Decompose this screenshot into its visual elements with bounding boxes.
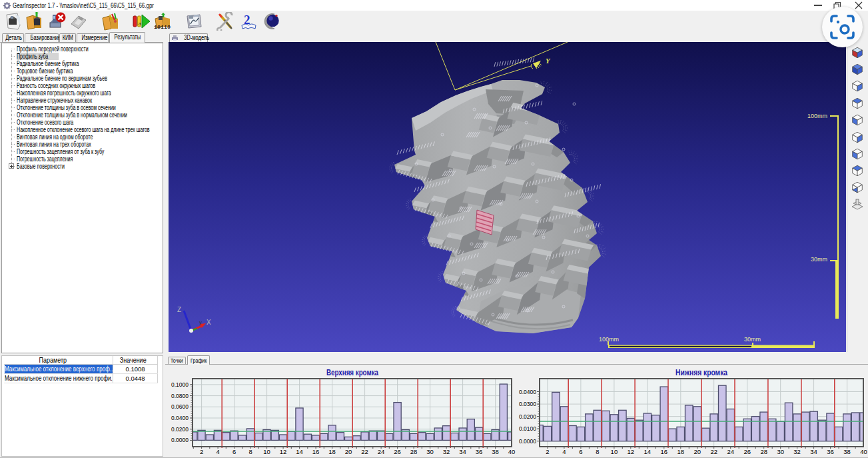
svg-text:30: 30 <box>777 448 784 455</box>
svg-text:0.0200: 0.0200 <box>519 413 536 420</box>
svg-text:26: 26 <box>743 448 751 455</box>
svg-text:16: 16 <box>661 448 668 455</box>
svg-text:0.0000: 0.0000 <box>519 438 536 445</box>
svg-text:22: 22 <box>710 448 717 455</box>
svg-text:0.0100: 0.0100 <box>519 425 536 432</box>
svg-text:4: 4 <box>562 448 566 455</box>
svg-text:0.0300: 0.0300 <box>519 401 536 407</box>
svg-text:32: 32 <box>793 448 801 455</box>
svg-text:8: 8 <box>596 448 599 455</box>
svg-text:38: 38 <box>843 448 851 455</box>
svg-text:6: 6 <box>579 448 582 455</box>
svg-text:Нижняя кромка: Нижняя кромка <box>675 368 727 377</box>
svg-text:40: 40 <box>860 448 867 455</box>
svg-text:18: 18 <box>677 448 685 455</box>
svg-text:28: 28 <box>760 448 767 455</box>
svg-text:0.0400: 0.0400 <box>519 389 536 395</box>
svg-text:12: 12 <box>628 448 635 455</box>
svg-text:24: 24 <box>727 448 734 455</box>
svg-text:34: 34 <box>810 448 817 455</box>
svg-text:36: 36 <box>827 448 834 455</box>
svg-text:2: 2 <box>546 448 549 455</box>
svg-text:14: 14 <box>644 448 651 455</box>
svg-text:20: 20 <box>694 448 701 455</box>
svg-text:10: 10 <box>611 448 618 455</box>
